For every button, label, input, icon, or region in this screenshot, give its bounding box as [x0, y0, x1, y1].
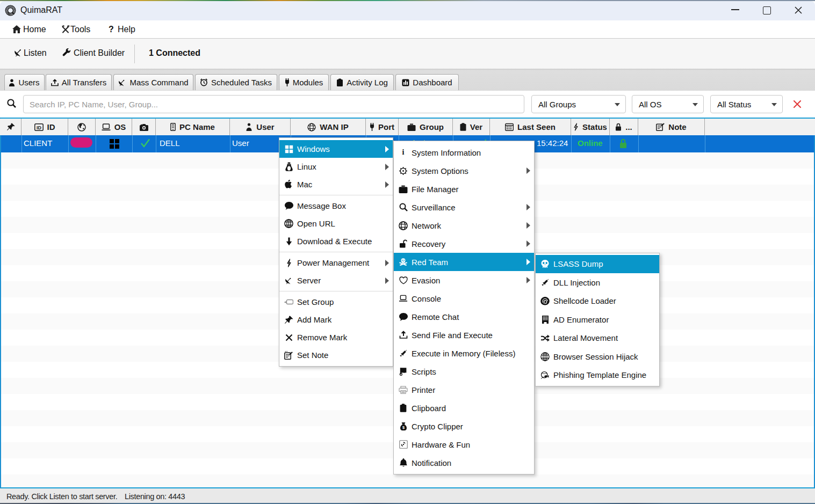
svg-text:ID: ID — [37, 125, 42, 130]
